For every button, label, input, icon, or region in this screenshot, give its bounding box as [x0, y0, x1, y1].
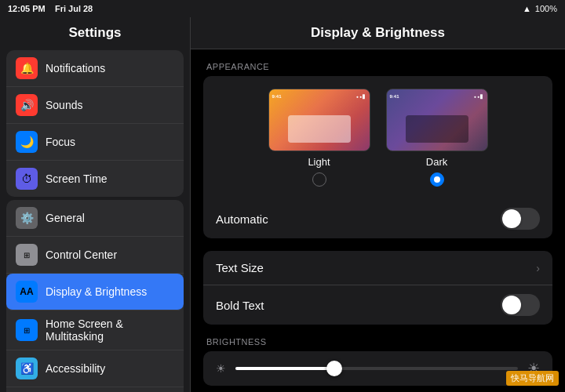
automatic-label: Automatic: [216, 212, 501, 226]
sidebar-item-sounds[interactable]: 🔊 Sounds: [6, 87, 184, 124]
slider-fill: [235, 367, 334, 370]
sidebar-item-wallpaper[interactable]: 🖼 Wallpaper: [6, 387, 184, 392]
brightness-card: ☀ ☀: [203, 351, 552, 386]
controlcenter-label: Control Center: [46, 249, 174, 261]
text-card: Text Size › Bold Text: [203, 251, 552, 325]
battery-display: 100%: [535, 4, 557, 13]
time-display: 12:05 PM: [8, 4, 46, 13]
sidebar-item-accessibility[interactable]: ♿ Accessibility: [6, 350, 184, 387]
main-content: Display & Brightness APPEARANCE 9:41 ● ●…: [191, 17, 565, 392]
sidebar: Settings 🔔 Notifications 🔊 Sounds 🌙 Focu…: [0, 17, 191, 392]
sounds-label: Sounds: [46, 99, 174, 111]
boldtext-toggle-knob: [502, 296, 521, 314]
light-label: Light: [308, 156, 330, 168]
light-preview-statusbar: 9:41 ● ● ▊: [272, 93, 366, 100]
dark-preview-card: [406, 115, 468, 143]
dark-radio[interactable]: [430, 172, 444, 187]
brightness-section-label: BRIGHTNESS: [203, 337, 552, 351]
appearance-option-dark[interactable]: 9:41 ● ● ▊ Dark: [386, 89, 488, 187]
sidebar-item-homescreen[interactable]: ⊞ Home Screen & Multitasking: [6, 310, 184, 350]
date-display: Fri Jul 28: [55, 4, 93, 13]
content-header: Display & Brightness: [191, 17, 565, 49]
display-icon: AA: [16, 281, 38, 303]
sun-small-icon: ☀: [216, 362, 226, 375]
sidebar-item-focus[interactable]: 🌙 Focus: [6, 124, 184, 161]
textsize-chevron: ›: [536, 262, 540, 274]
sidebar-item-screentime[interactable]: ⏱ Screen Time: [6, 161, 184, 197]
brightness-slider[interactable]: [235, 367, 518, 370]
general-icon: ⚙️: [16, 207, 38, 229]
boldtext-row: Bold Text: [203, 285, 552, 325]
content-title: Display & Brightness: [206, 25, 549, 41]
notifications-icon: 🔔: [16, 57, 38, 79]
light-preview: 9:41 ● ● ▊: [268, 89, 370, 151]
screentime-icon: ⏱: [16, 168, 38, 190]
automatic-toggle-knob: [502, 209, 521, 228]
sidebar-item-controlcenter[interactable]: ⊞ Control Center: [6, 237, 184, 274]
accessibility-icon: ♿: [16, 358, 38, 379]
appearance-options-row: 9:41 ● ● ▊ Light 9:41 ●: [203, 76, 552, 199]
slider-thumb[interactable]: [326, 361, 342, 376]
sidebar-item-notifications[interactable]: 🔔 Notifications: [6, 50, 184, 87]
notifications-label: Notifications: [46, 62, 174, 74]
light-preview-card: [288, 115, 351, 143]
sounds-icon: 🔊: [16, 94, 38, 116]
accessibility-label: Accessibility: [46, 362, 174, 375]
appearance-option-light[interactable]: 9:41 ● ● ▊ Light: [268, 89, 370, 187]
sidebar-group-2: ⚙️ General ⊞ Control Center AA Display &…: [6, 200, 184, 392]
boldtext-label: Bold Text: [216, 299, 501, 312]
watermark: 快马导航网: [506, 371, 559, 386]
sidebar-group-1: 🔔 Notifications 🔊 Sounds 🌙 Focus ⏱ Scree…: [6, 50, 184, 197]
automatic-toggle[interactable]: [501, 208, 540, 230]
status-indicators: ▲ 100%: [523, 4, 557, 13]
boldtext-toggle[interactable]: [501, 294, 540, 316]
light-radio[interactable]: [312, 172, 326, 187]
appearance-card: 9:41 ● ● ▊ Light 9:41 ●: [203, 76, 552, 238]
appearance-section-label: APPEARANCE: [203, 62, 552, 76]
sidebar-title: Settings: [0, 17, 190, 47]
brightness-slider-row: ☀ ☀: [203, 351, 552, 386]
controlcenter-icon: ⊞: [16, 244, 38, 266]
dark-preview: 9:41 ● ● ▊: [386, 89, 488, 151]
status-bar: 12:05 PM Fri Jul 28 ▲ 100%: [0, 0, 565, 17]
homescreen-icon: ⊞: [16, 319, 38, 341]
automatic-row: Automatic: [203, 199, 552, 238]
homescreen-label: Home Screen & Multitasking: [46, 318, 174, 343]
status-time: 12:05 PM Fri Jul 28: [8, 4, 93, 13]
focus-label: Focus: [46, 136, 174, 148]
screentime-label: Screen Time: [46, 172, 174, 185]
sidebar-item-display[interactable]: AA Display & Brightness: [6, 274, 184, 310]
focus-icon: 🌙: [16, 131, 38, 153]
wifi-icon: ▲: [523, 4, 531, 13]
main-layout: Settings 🔔 Notifications 🔊 Sounds 🌙 Focu…: [0, 17, 565, 392]
dark-label: Dark: [426, 156, 447, 168]
content-body: APPEARANCE 9:41 ● ● ▊ Light: [191, 49, 565, 392]
dark-preview-statusbar: 9:41 ● ● ▊: [390, 93, 484, 100]
sidebar-item-general[interactable]: ⚙️ General: [6, 200, 184, 237]
general-label: General: [46, 212, 174, 224]
display-label: Display & Brightness: [46, 285, 174, 298]
textsize-label: Text Size: [216, 261, 536, 274]
textsize-row[interactable]: Text Size ›: [203, 251, 552, 285]
